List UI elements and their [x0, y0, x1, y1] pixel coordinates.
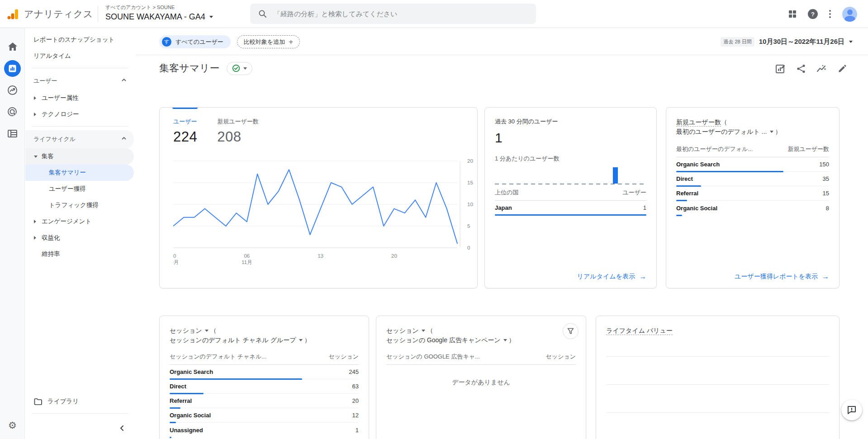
sidebar-item-library[interactable]: ライブラリ	[25, 393, 134, 410]
table-row[interactable]: Japan 1	[495, 201, 646, 215]
channel-label: Organic Search	[170, 368, 213, 375]
svg-text:10月: 10月	[173, 260, 179, 265]
sidebar-item-label: 維持率	[42, 250, 60, 258]
list-table-icon	[8, 130, 17, 137]
metric-header: セッション	[545, 353, 576, 361]
rail-library-button[interactable]	[0, 123, 25, 144]
table-row[interactable]: Direct 63	[170, 379, 359, 394]
sidebar-item-acquisition[interactable]: 集客	[25, 148, 134, 165]
rail-reports-button[interactable]	[0, 57, 25, 79]
chevron-down-icon	[422, 330, 425, 332]
filter-button[interactable]	[563, 323, 579, 339]
analytics-home-link[interactable]: アナリティクス	[7, 0, 93, 28]
dimension-header: 最初のユーザーのデフォル...	[676, 145, 753, 153]
sidebar-item-label: リアルタイム	[33, 52, 71, 60]
admin-settings-button[interactable]: ⚙	[0, 420, 25, 431]
topbar-divider	[98, 6, 98, 22]
sidebar-item-engagement[interactable]: エンゲージメント	[25, 213, 134, 230]
table-row[interactable]: Organic Social 8	[676, 201, 829, 215]
sidebar-item-user-attributes[interactable]: ユーザー属性	[25, 90, 134, 106]
expand-arrow-icon[interactable]	[34, 220, 36, 223]
table-row[interactable]: Referral 20	[170, 394, 359, 408]
active-tab-indicator	[172, 108, 198, 109]
country-value: 1	[643, 204, 646, 211]
svg-text:06: 06	[244, 253, 250, 259]
card-title: セッション（ セッションの Google 広告キャンペーン）	[386, 326, 576, 345]
dimension-selector[interactable]: セッションの Google 広告キャンペーン	[386, 336, 501, 344]
sidebar-item-label: 収益化	[42, 234, 60, 242]
sidebar-section-lifecycle[interactable]: ライフサイクル	[25, 130, 134, 148]
customize-report-button[interactable]	[775, 63, 786, 74]
share-button[interactable]	[796, 64, 806, 74]
account-avatar[interactable]	[842, 7, 857, 22]
dimension-header: 上位の国	[495, 189, 518, 197]
dimension-header: セッションの GOOGLE 広告キャ...	[386, 353, 480, 361]
search-input[interactable]	[274, 10, 528, 18]
rail-home-button[interactable]	[0, 36, 25, 57]
table-row[interactable]: Referral 15	[676, 186, 829, 201]
metric-tab-value: 208	[217, 129, 259, 145]
customize-report-icon	[775, 63, 786, 74]
view-user-acquisition-link[interactable]: ユーザー獲得レポートを表示 →	[735, 273, 829, 281]
sparkline-baseline	[495, 184, 646, 184]
sidebar-section-user[interactable]: ユーザー	[25, 72, 134, 90]
rail-advertising-button[interactable]	[0, 101, 25, 123]
channel-label: Organic Social	[170, 412, 211, 419]
report-main-area: す すべてのユーザー 比較対象を追加 + 過去 28 日間 10月30日～202…	[136, 28, 868, 439]
chevron-up-icon[interactable]	[121, 78, 127, 82]
expand-arrow-icon[interactable]	[34, 113, 36, 116]
add-comparison-chip[interactable]: 比較対象を追加 +	[237, 35, 300, 48]
diagnostics-grid-button[interactable]	[788, 10, 797, 18]
sidebar-item-user-acquisition[interactable]: ユーザー獲得	[25, 181, 134, 197]
sidebar-item-acquisition-summary[interactable]: 集客サマリー	[25, 165, 134, 181]
insights-button[interactable]	[816, 64, 827, 74]
users-line-chart: 051015203010月0611月1320	[173, 157, 490, 271]
dimension-selector[interactable]: セッションのデフォルト チャネル グループ	[170, 336, 296, 344]
help-button[interactable]: ?	[808, 9, 818, 19]
more-options-button[interactable]	[829, 10, 831, 18]
dimension-selector[interactable]: 最初のユーザーのデフォルト ...	[676, 128, 767, 135]
sidebar-item-label: ユーザー属性	[42, 94, 79, 102]
metric-selector[interactable]: セッション	[386, 327, 419, 334]
table-row[interactable]: Organic Search 150	[676, 157, 829, 172]
rail-explore-button[interactable]	[0, 79, 25, 101]
account-property-switcher[interactable]: すべてのアカウント > SOUNE SOUNE WAKAYAMA - GA4	[105, 4, 213, 22]
sidebar-item-technology[interactable]: テクノロジー	[25, 106, 134, 123]
sidebar-collapse-button[interactable]	[25, 417, 136, 439]
edit-report-button[interactable]	[838, 64, 847, 73]
chevron-down-icon	[770, 131, 773, 133]
sidebar-item-label: レポートのスナップショット	[33, 36, 114, 44]
date-range-badge: 過去 28 日間	[721, 37, 754, 47]
sidebar-item-monetization[interactable]: 収益化	[25, 230, 134, 246]
table-row[interactable]: Direct 35	[676, 172, 829, 186]
ltv-title[interactable]: ライフタイム バリュー	[606, 327, 673, 335]
sidebar-item-label: 集客	[42, 152, 54, 160]
metric-selector[interactable]: 新規ユーザー数	[676, 118, 721, 127]
feedback-button[interactable]	[841, 400, 862, 420]
sidebar-item-realtime[interactable]: リアルタイム	[25, 48, 134, 64]
sidebar-item-traffic-acquisition[interactable]: トラフィック獲得	[25, 197, 134, 213]
view-realtime-link[interactable]: リアルタイムを表示 →	[577, 273, 646, 281]
audience-filter-chip[interactable]: す すべてのユーザー	[159, 35, 231, 48]
avatar-body-shape	[844, 16, 855, 22]
breadcrumb: すべてのアカウント > SOUNE	[105, 4, 213, 11]
expand-arrow-icon[interactable]	[34, 96, 36, 100]
metric-tab-label: 新規ユーザー数	[217, 118, 259, 126]
page-title: 集客サマリー	[159, 61, 220, 75]
sidebar-item-report-snapshot[interactable]: レポートのスナップショット	[25, 32, 134, 48]
table-row[interactable]: Unassigned 1	[170, 423, 359, 437]
collapse-arrow-icon[interactable]	[34, 156, 38, 158]
sidebar-item-retention[interactable]: 維持率	[25, 246, 134, 262]
date-range-picker[interactable]: 過去 28 日間 10月30日～2022年11月26日	[721, 37, 853, 47]
metric-tab-new-users[interactable]: 新規ユーザー数 208	[217, 118, 259, 145]
search-bar[interactable]	[250, 4, 536, 24]
chevron-up-icon[interactable]	[121, 137, 127, 140]
expand-arrow-icon[interactable]	[34, 236, 36, 240]
value-bar	[495, 214, 646, 216]
metric-selector[interactable]: セッション	[170, 327, 202, 334]
metric-tab-users[interactable]: ユーザー 224	[173, 118, 197, 145]
table-row[interactable]: Organic Social 12	[170, 408, 359, 423]
report-status-pill[interactable]	[227, 62, 252, 75]
gear-icon: ⚙	[8, 420, 17, 431]
table-row[interactable]: Organic Search 245	[170, 365, 359, 379]
